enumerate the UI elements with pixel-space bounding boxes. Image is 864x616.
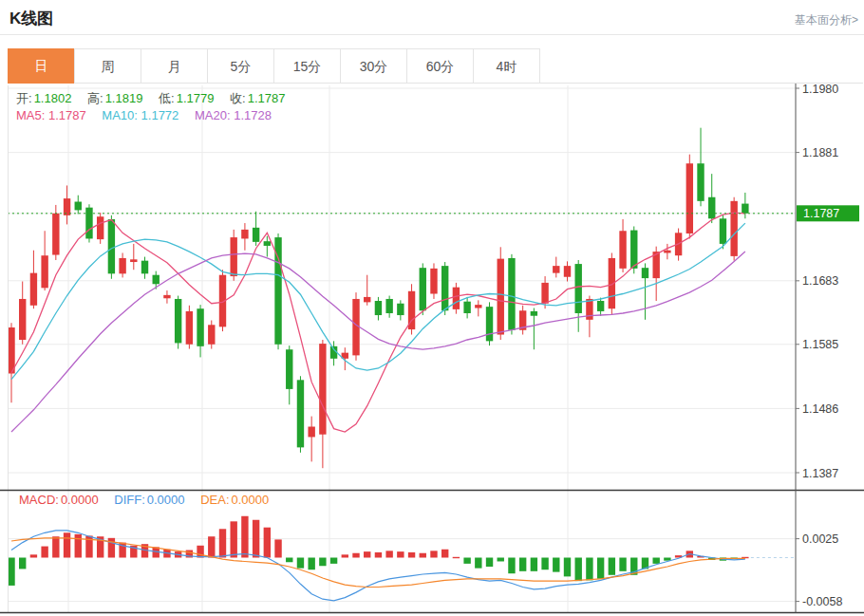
open-value: 1.1802 (34, 91, 72, 105)
macd-label: MACD: (19, 493, 59, 507)
ma20-label: MA20: (195, 108, 231, 122)
svg-text:1.1881: 1.1881 (802, 146, 838, 159)
svg-text:1.1980: 1.1980 (802, 84, 838, 96)
high-label: 高: (87, 91, 103, 105)
candles-layer (8, 128, 748, 469)
tab-week[interactable]: 周 (74, 48, 141, 84)
close-value: 1.1787 (248, 91, 286, 105)
dea-label: DEA: (200, 493, 229, 507)
ma10-value: 1.1772 (141, 108, 179, 122)
low-value: 1.1779 (177, 91, 215, 105)
high-value: 1.1819 (105, 91, 143, 105)
fundamental-analysis-link[interactable]: 基本面分析> (795, 12, 858, 28)
svg-text:1.1585: 1.1585 (802, 338, 838, 351)
kline-page: K线图 基本面分析> 日 周 月 5分 15分 30分 60分 4时 1.198… (0, 0, 864, 616)
chart-area[interactable]: 1.19801.18811.16831.15851.14861.13870.00… (0, 84, 864, 616)
last-price-badge: 1.1787 (797, 205, 859, 221)
low-label: 低: (159, 91, 175, 105)
tab-30min[interactable]: 30分 (340, 48, 407, 84)
macd-bars-layer (8, 516, 748, 586)
ma5-label: MA5: (16, 108, 45, 122)
ma10-label: MA10: (102, 108, 138, 122)
last-price-badge-text: 1.1787 (803, 207, 839, 220)
axis-labels-layer: 1.19801.18811.16831.15851.14861.13870.00… (796, 84, 842, 608)
open-label: 开: (16, 91, 32, 105)
ma-legend: MA5: 1.1787 MA10: 1.1772 MA20: 1.1728 (16, 108, 284, 122)
tab-day[interactable]: 日 (8, 48, 75, 84)
diff-value: 0.0000 (147, 493, 185, 507)
ma20-value: 1.1728 (234, 108, 272, 122)
tab-5min[interactable]: 5分 (207, 48, 274, 84)
svg-text:1.1486: 1.1486 (802, 402, 838, 416)
kline-chart-svg: 1.19801.18811.16831.15851.14861.13870.00… (0, 84, 864, 616)
grid-layer (8, 85, 796, 613)
macd-value: 0.0000 (61, 493, 99, 507)
tab-15min[interactable]: 15分 (273, 48, 341, 84)
macd-legend: MACD:0.0000 DIFF:0.0000 DEA:0.0000 (19, 493, 281, 507)
period-tabbar: 日 周 月 5分 15分 30分 60分 4时 (8, 48, 863, 84)
macd-lines-layer (11, 531, 796, 601)
svg-text:0.0025: 0.0025 (802, 532, 838, 546)
diff-label: DIFF: (114, 493, 145, 507)
close-label: 收: (230, 91, 246, 105)
page-header: K线图 基本面分析> (0, 0, 864, 35)
ohlc-legend: 开:1.1802 高:1.1819 低:1.1779 收:1.1787 (16, 90, 297, 107)
tab-4hour[interactable]: 4时 (473, 48, 540, 84)
tab-month[interactable]: 月 (141, 48, 208, 84)
svg-text:1.1683: 1.1683 (802, 274, 838, 288)
svg-text:1.1387: 1.1387 (802, 467, 838, 480)
dea-value: 0.0000 (232, 493, 270, 507)
page-title: K线图 (9, 8, 53, 29)
svg-text:-0.0058: -0.0058 (802, 595, 842, 608)
tab-60min[interactable]: 60分 (406, 48, 474, 84)
ma5-value: 1.1787 (48, 108, 86, 122)
ma20-line (11, 252, 745, 432)
